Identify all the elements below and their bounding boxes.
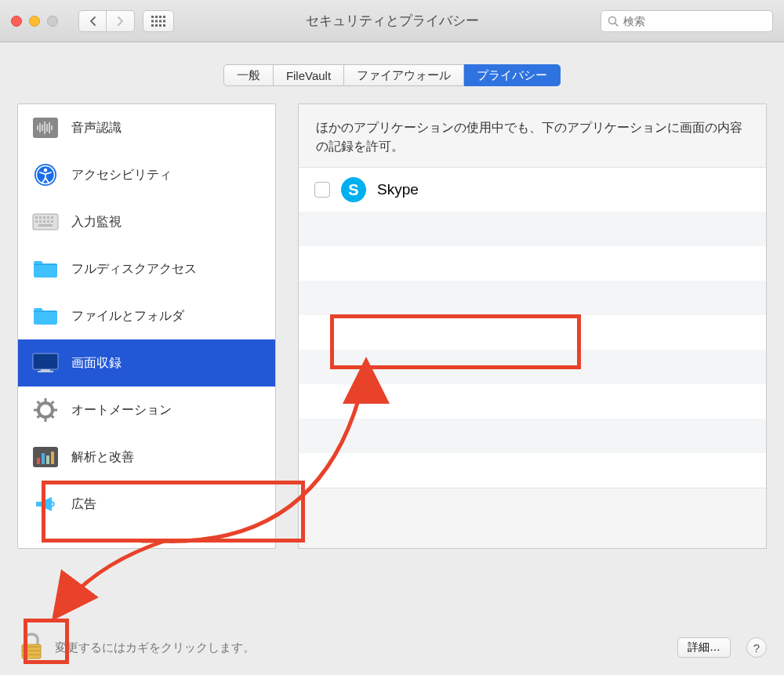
svg-rect-39	[33, 354, 58, 369]
svg-rect-46	[53, 409, 57, 412]
svg-line-13	[615, 23, 619, 26]
chevron-left-icon	[89, 16, 96, 26]
svg-rect-26	[35, 216, 38, 219]
svg-rect-43	[45, 398, 47, 402]
svg-rect-31	[35, 220, 38, 223]
sidebar-item-analytics[interactable]: 解析と改善	[18, 434, 275, 481]
tab-general[interactable]: 一般	[223, 64, 274, 86]
close-icon[interactable]	[11, 16, 22, 27]
show-all-button[interactable]	[143, 10, 174, 32]
sidebar-item-label: 広告	[71, 496, 96, 513]
svg-point-42	[38, 403, 53, 417]
tab-firewall[interactable]: ファイアウォール	[344, 64, 464, 86]
app-row[interactable]: S Skype	[299, 168, 766, 212]
back-button[interactable]	[78, 10, 107, 32]
empty-row	[299, 453, 766, 488]
empty-row	[299, 212, 766, 246]
forward-button[interactable]	[107, 10, 135, 32]
sidebar-item-accessibility[interactable]: アクセシビリティ	[18, 151, 275, 198]
svg-rect-0	[151, 16, 154, 18]
sidebar-item-label: ファイルとフォルダ	[71, 308, 184, 325]
svg-rect-45	[34, 409, 38, 412]
lock-button[interactable]	[17, 630, 45, 665]
app-list: S Skype	[299, 167, 766, 488]
sidebar-item-label: オートメーション	[71, 402, 172, 419]
svg-rect-10	[159, 24, 162, 27]
display-icon	[31, 350, 60, 376]
svg-rect-38	[34, 311, 57, 312]
svg-rect-7	[163, 20, 165, 22]
svg-rect-59	[22, 654, 41, 655]
sidebar-item-input-monitoring[interactable]: 入力監視	[18, 198, 275, 245]
gear-icon	[31, 397, 60, 423]
empty-row	[299, 419, 766, 453]
svg-rect-53	[42, 453, 45, 464]
svg-rect-51	[33, 447, 58, 467]
keyboard-icon	[31, 209, 60, 234]
svg-rect-2	[159, 16, 162, 18]
sidebar-item-full-disk[interactable]: フルディスクアクセス	[18, 245, 275, 292]
sidebar-item-screen-recording[interactable]: 画面収録	[18, 339, 275, 386]
svg-rect-11	[163, 24, 165, 27]
search-input[interactable]	[623, 15, 766, 27]
svg-rect-33	[43, 220, 45, 223]
sidebar-item-label: 画面収録	[71, 355, 122, 372]
window-controls	[11, 16, 58, 27]
sidebar-item-label: 入力監視	[71, 214, 122, 230]
app-name: Skype	[377, 181, 419, 198]
empty-row	[299, 315, 766, 350]
sidebar-item-speech[interactable]: 音声認識	[18, 104, 275, 151]
titlebar: セキュリティとプライバシー	[0, 0, 784, 42]
chevron-right-icon	[117, 16, 124, 26]
svg-rect-34	[47, 220, 49, 223]
svg-point-24	[44, 169, 47, 172]
footer: 変更するにはカギをクリックします。 詳細… ?	[0, 620, 784, 675]
details-button[interactable]: 詳細…	[677, 637, 731, 658]
grid-icon	[151, 16, 165, 27]
tab-bar: 一般 FileVault ファイアウォール プライバシー	[17, 64, 767, 86]
lock-text: 変更するにはカギをクリックします。	[55, 641, 255, 655]
svg-rect-9	[155, 24, 158, 27]
search-field[interactable]	[601, 10, 773, 32]
waveform-icon	[31, 115, 60, 140]
tab-filevault[interactable]: FileVault	[274, 64, 344, 86]
svg-rect-3	[163, 16, 165, 18]
sidebar-item-advertising[interactable]: 広告	[18, 481, 275, 528]
empty-row	[299, 281, 766, 315]
sidebar-item-label: 音声認識	[71, 120, 122, 136]
search-icon	[608, 16, 619, 27]
svg-rect-55	[51, 452, 54, 464]
app-checkbox[interactable]	[314, 182, 330, 198]
svg-rect-32	[39, 220, 42, 223]
svg-rect-30	[51, 216, 53, 219]
help-button[interactable]: ?	[746, 637, 767, 658]
svg-rect-58	[22, 650, 41, 651]
minimize-icon[interactable]	[29, 16, 40, 27]
svg-rect-14	[33, 118, 58, 138]
svg-rect-37	[34, 264, 57, 265]
svg-rect-36	[38, 224, 53, 227]
svg-rect-52	[37, 458, 40, 464]
privacy-category-list[interactable]: 音声認識 アクセシビリティ 入力監視 フルディスクアクセス	[17, 103, 276, 549]
svg-rect-5	[155, 20, 158, 22]
folder-icon	[31, 303, 60, 328]
bar-chart-icon	[31, 445, 60, 470]
nav-buttons	[78, 10, 135, 32]
sidebar-item-automation[interactable]: オートメーション	[18, 386, 275, 434]
sidebar-item-files-folders[interactable]: ファイルとフォルダ	[18, 292, 275, 339]
lock-icon	[17, 630, 45, 662]
sidebar-item-label: フルディスクアクセス	[71, 261, 197, 278]
maximize-icon	[47, 16, 58, 27]
skype-icon: S	[341, 177, 366, 202]
svg-rect-57	[22, 646, 41, 648]
svg-rect-1	[155, 16, 158, 18]
svg-rect-35	[51, 220, 53, 223]
panel-description: ほかのアプリケーションの使用中でも、下のアプリケーションに画面の内容の記録を許可…	[299, 118, 766, 167]
svg-rect-4	[151, 20, 154, 22]
empty-row	[299, 246, 766, 281]
svg-rect-44	[45, 418, 47, 422]
content-area: 一般 FileVault ファイアウォール プライバシー 音声認識 アクセシビリ…	[0, 42, 784, 549]
svg-rect-8	[151, 24, 154, 27]
svg-rect-41	[38, 371, 53, 372]
tab-privacy[interactable]: プライバシー	[464, 64, 561, 86]
